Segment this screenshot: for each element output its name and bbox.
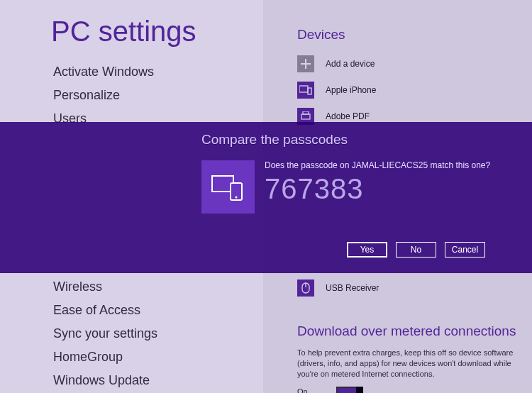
page-title: PC settings xyxy=(51,16,263,48)
nav-item-ease-of-access[interactable]: Ease of Access xyxy=(0,299,263,322)
nav-item-personalize[interactable]: Personalize xyxy=(0,84,263,107)
add-device-button[interactable]: Add a device xyxy=(297,55,518,72)
device-label: Add a device xyxy=(326,59,375,69)
monitor-phone-icon xyxy=(297,82,314,99)
nav-item-wireless[interactable]: Wireless xyxy=(0,275,263,299)
nav-item-windows-update[interactable]: Windows Update xyxy=(0,369,263,392)
passcode-dialog: Compare the passcodes Does the passcode … xyxy=(201,132,499,214)
device-item-usb-receiver[interactable]: USB Receiver xyxy=(297,279,518,297)
devices-icon xyxy=(201,160,255,214)
dialog-title: Compare the passcodes xyxy=(201,132,499,148)
nav-item-users[interactable]: Users xyxy=(0,107,263,131)
nav-item-activate-windows[interactable]: Activate Windows xyxy=(0,60,263,84)
cancel-button[interactable]: Cancel xyxy=(445,242,485,258)
device-label: Apple iPhone xyxy=(326,85,376,95)
metered-title: Download over metered connections xyxy=(297,323,518,339)
device-item-iphone[interactable]: Apple iPhone xyxy=(297,82,518,99)
nav-item-homegroup[interactable]: HomeGroup xyxy=(0,345,263,369)
nav-item-hidden-5[interactable] xyxy=(0,227,263,251)
metered-toggle[interactable] xyxy=(336,387,363,393)
svg-rect-0 xyxy=(299,86,308,92)
yes-button[interactable]: Yes xyxy=(347,242,387,258)
metered-help-text: To help prevent extra charges, keep this… xyxy=(297,348,518,380)
dialog-question: Does the passcode on JAMAL-LIECACS25 mat… xyxy=(265,160,490,170)
device-label: USB Receiver xyxy=(326,283,379,293)
dialog-passcode: 767383 xyxy=(265,173,490,205)
device-label: Adobe PDF xyxy=(326,111,370,121)
mouse-icon xyxy=(297,279,314,297)
toggle-state-label: On xyxy=(297,387,308,393)
svg-rect-3 xyxy=(303,111,309,114)
nav-item-hidden-6[interactable] xyxy=(0,251,263,275)
printer-icon xyxy=(297,108,314,125)
metered-toggle-row: On xyxy=(297,387,518,393)
plus-icon xyxy=(297,55,314,72)
device-item-adobe-pdf[interactable]: Adobe PDF xyxy=(297,108,518,125)
svg-point-8 xyxy=(235,196,237,198)
devices-title: Devices xyxy=(297,27,518,43)
dialog-buttons: Yes No Cancel xyxy=(347,242,485,258)
svg-rect-2 xyxy=(301,114,310,119)
nav-item-sync-settings[interactable]: Sync your settings xyxy=(0,322,263,345)
nav-list: Activate Windows Personalize Users Wirel… xyxy=(0,60,263,392)
svg-rect-1 xyxy=(308,88,311,94)
no-button[interactable]: No xyxy=(396,242,436,258)
